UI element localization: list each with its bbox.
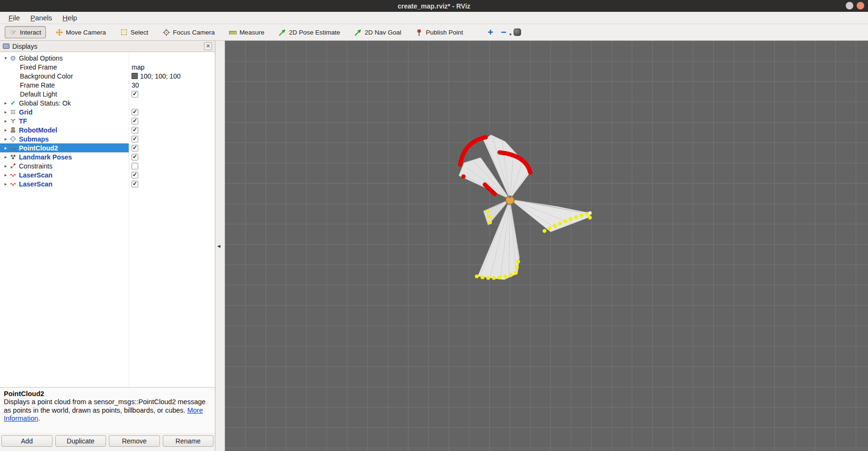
tree-row-global-options[interactable]: ▾ ⚙ Global Options <box>0 53 215 62</box>
add-tool-button[interactable]: + <box>485 27 496 38</box>
frame-rate-value[interactable]: 30 <box>132 81 139 89</box>
expander-icon[interactable]: ▾ <box>2 55 9 61</box>
close-panel-button[interactable]: ✕ <box>204 42 212 50</box>
remove-tool-button[interactable]: − <box>498 27 509 38</box>
tool-publish-point[interactable]: Publish Point <box>411 26 468 38</box>
expander-icon[interactable]: ▸ <box>2 145 9 150</box>
nav-goal-arrow-icon <box>354 28 362 36</box>
pose-estimate-arrow-icon <box>278 28 286 36</box>
toolbar: ☞ Interact Move Camera Select Focus Came… <box>0 24 868 41</box>
expander-icon[interactable]: ▸ <box>2 163 9 168</box>
tool-select[interactable]: Select <box>115 26 153 38</box>
tool-label: Move Camera <box>66 29 106 36</box>
tool-2d-pose-estimate[interactable]: 2D Pose Estimate <box>274 26 345 38</box>
visibility-checkbox[interactable] <box>132 181 138 187</box>
expander-icon[interactable]: ▸ <box>2 118 9 124</box>
grid-icon <box>9 109 17 115</box>
chevron-down-icon: ▾ <box>509 32 512 37</box>
expander-icon[interactable]: ▸ <box>2 172 9 177</box>
row-label: PointCloud2 <box>19 144 58 152</box>
expander-icon[interactable]: ▸ <box>2 181 9 186</box>
tool-focus-camera[interactable]: Focus Camera <box>158 26 220 38</box>
tree-row-background-color[interactable]: Background Color 100; 100; 100 <box>0 71 215 80</box>
pointcloud-icon <box>9 145 17 151</box>
displays-tree: ▾ ⚙ Global Options Fixed Frame map Backg… <box>0 52 215 387</box>
displays-panel-header[interactable]: Displays ✕ <box>0 41 215 52</box>
select-icon <box>120 28 128 36</box>
tool-label: 2D Nav Goal <box>364 29 401 36</box>
visibility-checkbox[interactable] <box>132 127 138 133</box>
add-button[interactable]: Add <box>1 435 53 447</box>
tool-move-camera[interactable]: Move Camera <box>51 26 111 38</box>
duplicate-button[interactable]: Duplicate <box>55 435 106 447</box>
visibility-checkbox[interactable] <box>132 109 138 115</box>
tree-row-landmark-poses[interactable]: ▸ Landmark Poses <box>0 152 215 161</box>
tree-row-frame-rate[interactable]: Frame Rate 30 <box>0 80 215 89</box>
laserscan-icon <box>9 181 17 187</box>
tree-row-submaps[interactable]: ▸ Submaps <box>0 134 215 143</box>
row-label: Global Status: Ok <box>19 99 71 107</box>
row-label: Global Options <box>19 54 63 62</box>
visibility-checkbox[interactable] <box>132 145 138 151</box>
measure-icon <box>229 28 237 36</box>
displays-panel-icon <box>3 44 9 49</box>
remove-button[interactable]: Remove <box>109 435 160 447</box>
landmark-end-dot <box>588 212 592 215</box>
tool-properties-icon[interactable] <box>514 28 521 36</box>
pointcloud-fans <box>459 135 590 280</box>
description-pane: PointCloud2 Displays a point cloud from … <box>0 387 215 433</box>
menu-panels[interactable]: Panels <box>26 13 57 23</box>
visibility-checkbox[interactable] <box>132 163 138 169</box>
visibility-checkbox[interactable] <box>132 91 138 97</box>
window-minimize-button[interactable] <box>846 2 853 9</box>
tree-row-fixed-frame[interactable]: Fixed Frame map <box>0 62 215 71</box>
menu-help[interactable]: Help <box>58 13 82 23</box>
color-value-text: 100; 100; 100 <box>140 72 181 80</box>
window-close-button[interactable] <box>857 2 864 9</box>
tool-interact[interactable]: ☞ Interact <box>5 26 46 38</box>
tree-row-global-status[interactable]: ▸ ✓ Global Status: Ok <box>0 98 215 107</box>
expander-icon[interactable]: ▸ <box>2 100 9 106</box>
fixed-frame-value[interactable]: map <box>132 63 144 71</box>
tree-row-constraints[interactable]: ▸ Constraints <box>0 161 215 170</box>
expander-icon[interactable]: ▸ <box>2 109 9 115</box>
visibility-checkbox[interactable] <box>132 172 138 178</box>
displays-panel: Displays ✕ ▾ ⚙ Global Options Fixed Fram… <box>0 41 215 451</box>
tree-row-robotmodel[interactable]: ▸ RobotModel <box>0 125 215 134</box>
publish-point-icon <box>416 28 423 36</box>
toolbar-right-group: + − ▾ <box>485 27 521 38</box>
map-visualization <box>225 41 868 451</box>
visibility-checkbox[interactable] <box>132 136 138 142</box>
tool-2d-nav-goal[interactable]: 2D Nav Goal <box>349 26 406 38</box>
display-actions: Add Duplicate Remove Rename <box>0 433 215 451</box>
visibility-checkbox[interactable] <box>132 118 138 124</box>
tree-row-laserscan-2[interactable]: ▸ LaserScan <box>0 179 215 188</box>
menu-file[interactable]: File <box>4 13 25 23</box>
robot-icon <box>9 127 17 133</box>
row-label: Background Color <box>20 72 73 80</box>
rename-button[interactable]: Rename <box>163 435 214 447</box>
3d-viewport[interactable] <box>225 41 868 451</box>
row-label: Grid <box>19 108 33 116</box>
expander-icon[interactable]: ▸ <box>2 154 9 159</box>
tree-row-grid[interactable]: ▸ Grid <box>0 107 215 116</box>
constraints-icon <box>9 163 17 169</box>
tree-row-default-light[interactable]: Default Light <box>0 89 215 98</box>
row-label: TF <box>19 117 27 125</box>
tool-measure[interactable]: Measure <box>224 26 269 38</box>
row-label: LaserScan <box>19 171 53 179</box>
panel-collapse-handle[interactable]: ◂ <box>217 242 221 249</box>
expander-icon[interactable]: ▸ <box>2 127 9 133</box>
expander-icon[interactable]: ▸ <box>2 136 9 141</box>
displays-panel-title: Displays <box>12 43 201 50</box>
background-color-value[interactable]: 100; 100; 100 <box>132 72 181 80</box>
tree-row-laserscan-1[interactable]: ▸ LaserScan <box>0 170 215 179</box>
panel-splitter[interactable]: ◂ <box>215 41 225 451</box>
row-label: Landmark Poses <box>19 153 72 161</box>
window-title: create_map.rviz* - RViz <box>0 2 868 10</box>
tree-row-tf[interactable]: ▸ TF <box>0 116 215 125</box>
visibility-checkbox[interactable] <box>132 154 138 160</box>
tree-row-pointcloud2[interactable]: ▸ PointCloud2 <box>0 143 215 152</box>
main-area: Displays ✕ ▾ ⚙ Global Options Fixed Fram… <box>0 41 868 451</box>
titlebar[interactable]: create_map.rviz* - RViz <box>0 0 868 12</box>
